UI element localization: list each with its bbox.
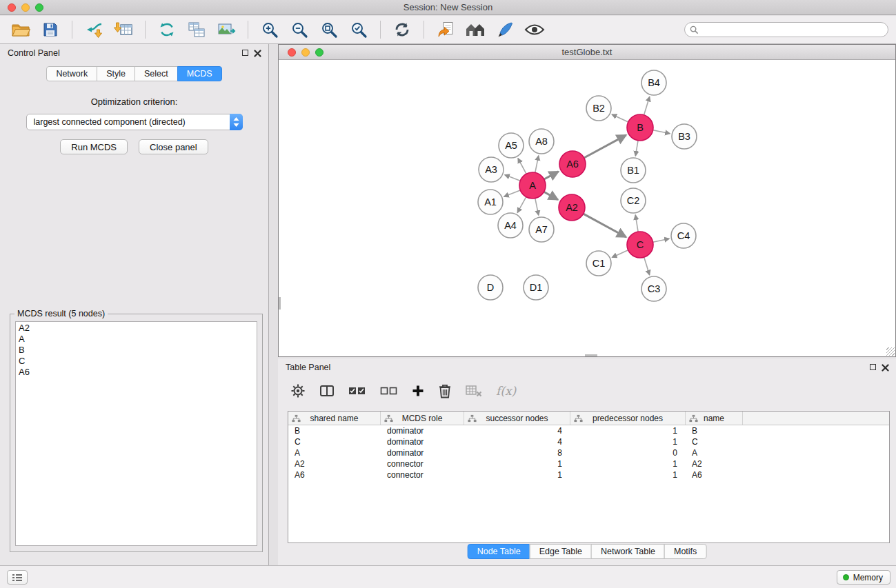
node-A2[interactable]: A2 (559, 194, 585, 221)
node-B2[interactable]: B2 (586, 96, 611, 121)
column-header-mcds-role[interactable]: MCDS role (381, 412, 464, 425)
houses-icon[interactable] (464, 19, 487, 41)
edge-B-B2[interactable] (612, 114, 628, 122)
vertical-scrollbar-thumb[interactable] (279, 297, 281, 310)
tab-style[interactable]: Style (97, 66, 135, 81)
table-row[interactable]: A6connector11A6 (288, 469, 889, 480)
edge-C-C3[interactable] (644, 257, 650, 275)
zoom-selected-icon[interactable] (347, 19, 370, 41)
node-D1[interactable]: D1 (524, 275, 548, 300)
node-B1[interactable]: B1 (621, 158, 646, 183)
node-C3[interactable]: C3 (641, 276, 666, 301)
network-merge-icon[interactable] (155, 19, 179, 41)
node-A3[interactable]: A3 (479, 157, 504, 182)
edge-A-A8[interactable] (535, 156, 539, 173)
node-A6[interactable]: A6 (559, 151, 586, 177)
close-panel-button[interactable]: Close panel (139, 139, 208, 154)
mcds-result-item[interactable]: A2 (16, 323, 257, 334)
network-canvas[interactable]: AA1A2A3A4A5A6A7A8BB1B2B3B4CC1C2C3C4DD1 (279, 61, 895, 356)
edge-C-C1[interactable] (612, 250, 628, 258)
network-zoom-button[interactable] (315, 48, 323, 57)
search-field[interactable] (684, 22, 888, 37)
select-all-icon[interactable] (348, 385, 366, 396)
node-A7[interactable]: A7 (529, 217, 554, 242)
save-session-icon[interactable] (39, 19, 62, 41)
search-input[interactable] (702, 25, 875, 34)
export-image-icon[interactable] (215, 19, 238, 41)
criterion-dropdown[interactable]: largest connected component (directed) (26, 114, 243, 130)
edge-A-A2[interactable] (544, 192, 558, 199)
tab-node-table[interactable]: Node Table (468, 544, 530, 559)
edge-A-A5[interactable] (518, 159, 526, 174)
mcds-result-item[interactable]: A (16, 334, 257, 345)
zoom-window-button[interactable] (35, 3, 43, 12)
deselect-all-icon[interactable] (380, 385, 398, 396)
refresh-icon[interactable] (390, 19, 414, 41)
import-table-icon[interactable] (112, 19, 135, 41)
column-header-predecessor-nodes[interactable]: predecessor nodes (570, 412, 686, 425)
table-row[interactable]: Cdominator41C (288, 436, 889, 447)
edge-A-A4[interactable] (517, 197, 526, 213)
memory-button[interactable]: Memory (837, 570, 890, 585)
node-B3[interactable]: B3 (672, 124, 697, 149)
node-A8[interactable]: A8 (529, 129, 554, 154)
tab-edge-table[interactable]: Edge Table (530, 544, 592, 559)
column-header-shared-name[interactable]: shared name (288, 412, 381, 425)
node-A1[interactable]: A1 (478, 190, 503, 214)
tab-motifs[interactable]: Motifs (664, 544, 706, 559)
edge-A-A3[interactable] (505, 175, 521, 181)
edge-A2-C[interactable] (584, 214, 626, 237)
node-B4[interactable]: B4 (641, 70, 666, 95)
edge-B-B1[interactable] (635, 141, 638, 156)
node-D[interactable]: D (478, 275, 503, 300)
node-A[interactable]: A (519, 172, 546, 199)
horizontal-scrollbar-thumb[interactable] (585, 354, 597, 356)
network-close-button[interactable] (288, 48, 296, 57)
edge-B-B3[interactable] (653, 130, 670, 134)
float-panel-icon[interactable] (242, 50, 248, 56)
edge-A-A6[interactable] (544, 172, 559, 179)
column-header-successor-nodes[interactable]: successor nodes (464, 412, 570, 425)
column-header-name[interactable]: name (686, 412, 743, 425)
gear-icon[interactable] (290, 383, 306, 398)
node-B[interactable]: B (627, 114, 653, 141)
zoom-out-icon[interactable] (288, 19, 311, 41)
clone-network-icon[interactable] (185, 19, 208, 41)
session-doc-icon[interactable] (434, 19, 457, 41)
resize-grip[interactable] (886, 347, 895, 356)
edge-A-A1[interactable] (504, 190, 521, 196)
edge-C-C2[interactable] (635, 215, 638, 232)
table-row[interactable]: Bdominator41B (288, 425, 889, 436)
table-row[interactable]: A2connector11A2 (288, 458, 889, 469)
task-history-button[interactable] (7, 570, 28, 585)
table-float-panel-icon[interactable] (870, 364, 876, 370)
close-window-button[interactable] (8, 3, 16, 12)
zoom-fit-icon[interactable] (317, 19, 341, 41)
node-C[interactable]: C (627, 232, 653, 258)
node-C1[interactable]: C1 (586, 251, 611, 276)
tab-network[interactable]: Network (46, 66, 97, 81)
mcds-result-item[interactable]: A6 (16, 367, 257, 378)
tab-network-table[interactable]: Network Table (591, 544, 665, 559)
open-session-icon[interactable] (9, 19, 32, 41)
edge-C-C4[interactable] (653, 239, 670, 242)
node-A5[interactable]: A5 (499, 133, 524, 158)
eye-icon[interactable] (523, 19, 546, 41)
import-network-icon[interactable] (82, 19, 106, 41)
close-panel-icon[interactable] (254, 49, 261, 59)
columns-icon[interactable] (319, 383, 335, 398)
tab-mcds[interactable]: MCDS (177, 66, 222, 81)
run-mcds-button[interactable]: Run MCDS (60, 139, 128, 154)
table-row[interactable]: Adominator80A (288, 447, 889, 458)
mcds-result-item[interactable]: C (16, 356, 257, 367)
node-C2[interactable]: C2 (621, 188, 646, 213)
network-minimize-button[interactable] (301, 48, 310, 57)
zoom-in-icon[interactable] (258, 19, 281, 41)
tab-select[interactable]: Select (135, 66, 178, 81)
node-C4[interactable]: C4 (671, 223, 696, 248)
node-A4[interactable]: A4 (498, 213, 523, 238)
edge-A-A7[interactable] (535, 199, 539, 216)
add-column-icon[interactable] (412, 385, 424, 397)
brush-icon[interactable] (493, 19, 517, 41)
edge-B-B4[interactable] (644, 97, 650, 115)
